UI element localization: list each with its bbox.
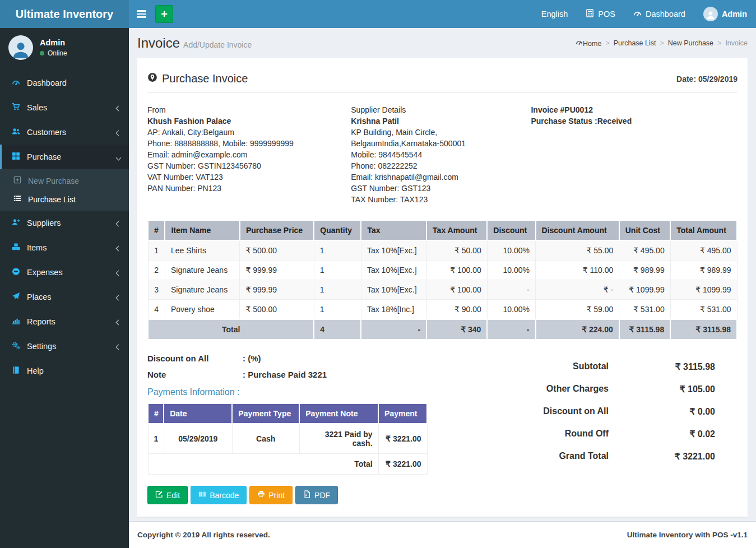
sidebar-item-customers[interactable]: Customers	[0, 120, 129, 145]
chevron-left-icon	[117, 342, 120, 351]
col-num: #	[148, 220, 165, 240]
chevron-left-icon	[117, 128, 120, 137]
summary-round-off: Round Off₹ 0.02	[484, 429, 715, 439]
user-avatar-icon	[703, 7, 718, 21]
globe-marker-icon	[147, 72, 157, 85]
breadcrumb-separator: >	[605, 39, 609, 47]
items-table: #Item NamePurchase PriceQuantityTaxTax A…	[147, 220, 738, 340]
sidebar-toggle-icon[interactable]	[129, 0, 154, 28]
breadcrumb-new-purchase[interactable]: New Purchase	[668, 39, 713, 47]
gears-icon	[10, 341, 21, 351]
cubes-icon	[10, 243, 21, 253]
item-row: 3Signature Jeans₹ 999.991Tax 10%[Exc.]₹ …	[148, 280, 737, 300]
sidebar-user-panel: Admin Online	[0, 28, 129, 68]
sidebar-item-new-purchase[interactable]: New Purchase	[0, 171, 129, 190]
from-line: AP: Ankali, City:Belgaum	[147, 127, 340, 138]
list-icon	[12, 194, 22, 204]
breadcrumb: Home>Purchase List>New Purchase>Invoice	[576, 39, 748, 48]
edit-button[interactable]: Edit	[147, 486, 188, 504]
purchase-status: Purchase Status :Received	[531, 115, 738, 127]
app-root: Ultimate Inventory + English POS Dashboa…	[0, 0, 756, 548]
sidebar-item-reports[interactable]: Reports	[0, 309, 129, 334]
grid-icon	[10, 152, 21, 162]
sidebar-item-suppliers[interactable]: Suppliers	[0, 211, 129, 235]
items-total-row: Total4-₹ 340-₹ 224.00₹ 3115.98₹ 3115.98	[148, 319, 737, 340]
chevron-left-icon	[117, 103, 120, 112]
from-name: Khush Fashion Palace	[147, 115, 340, 127]
print-button[interactable]: Print	[249, 486, 293, 504]
content: InvoiceAdd/Update Invoice Home>Purchase …	[129, 28, 756, 521]
from-line: Email: admin@example.com	[147, 149, 340, 160]
sidebar-item-items[interactable]: Items	[0, 235, 129, 260]
sidebar-item-help[interactable]: Help	[0, 359, 129, 383]
chevron-left-icon	[117, 243, 120, 252]
pay-col-num: #	[148, 403, 164, 424]
sidebar-user-status: Online	[48, 49, 67, 57]
top-bar: Ultimate Inventory + English POS Dashboa…	[0, 0, 756, 28]
sidebar-item-settings[interactable]: Settings	[0, 334, 129, 359]
sidebar-item-places[interactable]: Places	[0, 285, 129, 309]
breadcrumb-purchase-list[interactable]: Purchase List	[614, 39, 656, 47]
card-title: Purchase Invoice	[147, 72, 248, 85]
from-block: From Khush Fashion Palace AP: Ankali, Ci…	[147, 104, 351, 205]
breadcrumb-home[interactable]: Home	[576, 39, 601, 48]
from-line: VAT Number: VAT123	[147, 171, 340, 183]
sidebar-item-expenses[interactable]: Expenses	[0, 260, 129, 285]
dashboard-icon	[633, 9, 642, 19]
nav-pos[interactable]: POS	[577, 0, 624, 28]
chevron-left-icon	[117, 219, 120, 227]
calculator-icon	[586, 9, 594, 19]
pay-col-payment-note: Payment Note	[299, 403, 378, 424]
brand-logo[interactable]: Ultimate Inventory	[0, 0, 129, 28]
supplier-name: Krishna Patil	[351, 115, 514, 127]
sidebar-item-sales[interactable]: Sales	[0, 95, 129, 120]
invoice-card: Purchase Invoice Date: 05/29/2019 From K…	[137, 58, 748, 517]
supplier-line: Mobile: 9844545544	[351, 149, 514, 160]
from-line: PAN Number: PN123	[147, 183, 340, 194]
quick-add-button[interactable]: +	[155, 5, 173, 23]
sidebar: Admin Online DashboardSalesCustomersPurc…	[0, 28, 129, 548]
lower-section: Discount on All : (%) Note : Purchase Pa…	[147, 354, 738, 475]
page-subtitle: Add/Update Invoice	[183, 40, 252, 49]
col-purchase-price: Purchase Price	[240, 220, 314, 240]
supplier-block: Supplier Details Krishna Patil KP Buildi…	[351, 104, 531, 205]
bar-chart-icon	[10, 317, 21, 327]
payment-row: 105/29/2019Cash3221 Paid by cash.₹ 3221.…	[148, 424, 427, 454]
col-total-amount: Total Amount	[670, 220, 737, 240]
invoice-date: Date: 05/29/2019	[676, 75, 738, 83]
nav-user[interactable]: Admin	[694, 0, 756, 28]
chevron-left-icon	[117, 268, 120, 277]
col-quantity: Quantity	[314, 220, 361, 240]
version-text: Ultimate Inventory with POS -v1.1	[627, 531, 748, 539]
col-unit-cost: Unit Cost	[619, 220, 670, 240]
col-discount-amount: Discount Amount	[536, 220, 619, 240]
minus-circle-icon	[10, 267, 21, 277]
home-icon	[576, 40, 583, 48]
navbar-right: English POS Dashboard Admin	[532, 0, 756, 28]
sidebar-submenu: New PurchasePurchase List	[0, 169, 129, 211]
chevron-down-icon	[117, 152, 120, 161]
sidebar-item-dashboard[interactable]: Dashboard	[0, 71, 129, 95]
item-row: 2Signature Jeans₹ 999.991Tax 10%[Exc.]₹ …	[148, 261, 737, 280]
sidebar-user-name: Admin	[40, 38, 67, 47]
invoice-meta-block: Invoice #PU0012 Purchase Status :Receive…	[531, 104, 738, 205]
edit-icon	[155, 490, 163, 500]
barcode-button[interactable]: Barcode	[191, 486, 247, 504]
invoice-number: Invoice #PU0012	[531, 104, 738, 115]
online-status-dot	[40, 51, 44, 55]
nav-dashboard[interactable]: Dashboard	[624, 0, 694, 28]
paper-plane-icon	[10, 292, 21, 302]
chevron-left-icon	[117, 292, 120, 301]
payments-table: #DatePayment TypePayment NotePayment105/…	[147, 403, 428, 475]
note-row: Note : Purchase Paid 3221	[147, 370, 484, 379]
pdf-button[interactable]: APDF	[295, 486, 338, 504]
sidebar-item-purchase-list[interactable]: Purchase List	[0, 190, 129, 208]
summary-discount-on-all: Discount on All₹ 0.00	[484, 406, 715, 417]
cart-icon	[10, 103, 21, 113]
breadcrumb-separator: >	[660, 39, 664, 47]
pay-col-payment: Payment	[378, 403, 427, 424]
nav-language[interactable]: English	[532, 0, 577, 28]
summary-other-charges: Other Charges₹ 105.00	[484, 384, 715, 394]
barcode-icon	[198, 490, 206, 500]
sidebar-item-purchase[interactable]: Purchase	[0, 145, 129, 169]
